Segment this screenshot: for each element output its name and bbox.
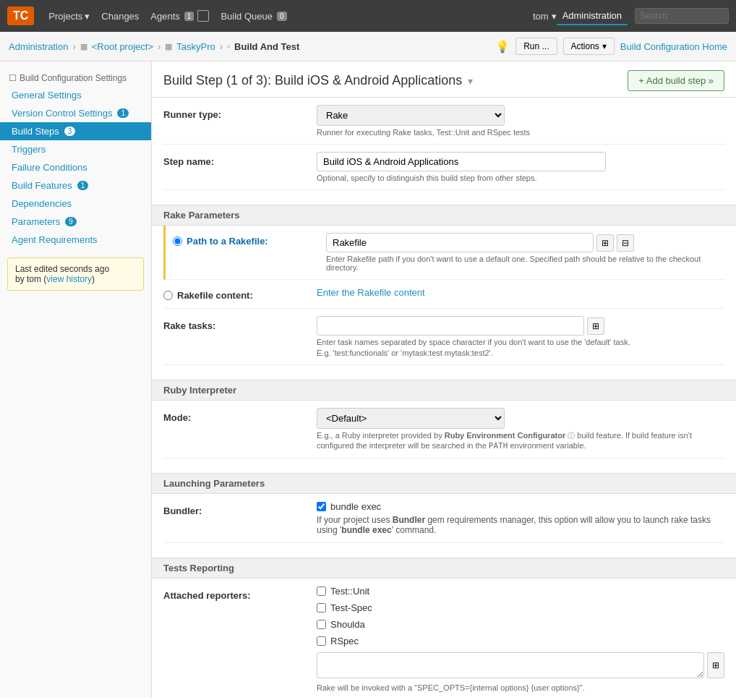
reporter-rspec: RSpec bbox=[317, 636, 724, 646]
path-to-rakefile-field: ⊞ ⊟ Enter Rakefile path if you don't wan… bbox=[326, 233, 724, 272]
rake-tasks-icon-btn[interactable]: ⊞ bbox=[587, 317, 604, 335]
attached-reporters-label: Attached reporters: bbox=[163, 586, 308, 601]
vcs-badge: 1 bbox=[117, 108, 129, 118]
bundler-hint: If your project uses Bundler gem require… bbox=[317, 515, 724, 535]
path-to-rakefile-row: Path to a Rakefile: ⊞ ⊟ Enter Rakefile p… bbox=[163, 226, 724, 280]
bundler-checkbox[interactable] bbox=[317, 502, 326, 511]
content-area: Build Step (1 of 3): Build iOS & Android… bbox=[152, 61, 736, 698]
mode-label: Mode: bbox=[163, 408, 308, 423]
page-title: Build Step (1 of 3): Build iOS & Android… bbox=[163, 73, 473, 88]
search-input[interactable] bbox=[635, 8, 729, 24]
taskyPro-icon: ▦ bbox=[165, 42, 172, 51]
rakefile-content-radio[interactable] bbox=[163, 291, 173, 300]
breadcrumb-administration[interactable]: Administration bbox=[9, 41, 68, 52]
build-steps-badge: 3 bbox=[64, 127, 76, 136]
breadcrumb-root-project[interactable]: <Root project> bbox=[92, 41, 153, 52]
content-header: Build Step (1 of 3): Build iOS & Android… bbox=[152, 61, 736, 98]
rakefile-tree-icon[interactable]: ⊟ bbox=[617, 234, 634, 252]
bundler-row: Bundler: bundle exec If your project use… bbox=[163, 494, 724, 543]
runner-type-field: Rake Runner for executing Rake tasks, Te… bbox=[317, 105, 724, 137]
sidebar-item-triggers[interactable]: Triggers bbox=[0, 140, 151, 158]
mode-field: <Default> E.g., a Ruby interpreter provi… bbox=[317, 408, 724, 451]
ruby-body: Mode: <Default> E.g., a Ruby interpreter… bbox=[152, 401, 736, 473]
top-navigation: TC Projects ▾ Changes Agents 1 Build Que… bbox=[0, 0, 736, 32]
add-build-step-button[interactable]: + Add build step » bbox=[628, 70, 724, 91]
rake-tasks-hint1: Enter task names separated by space char… bbox=[317, 338, 724, 346]
sidebar-item-parameters[interactable]: Parameters 9 bbox=[0, 213, 151, 231]
build-config-home-link[interactable]: Build Configuration Home bbox=[620, 41, 727, 52]
rake-tasks-field: ⊞ Enter task names separated by space ch… bbox=[317, 316, 724, 357]
sidebar-item-build-features[interactable]: Build Features 1 bbox=[0, 176, 151, 195]
rspec-hint: Rake will be invoked with a "SPEC_OPTS={… bbox=[317, 683, 724, 692]
rakefile-content-label-col: Rakefile content: bbox=[163, 287, 308, 301]
ruby-interpreter-section: Ruby Interpreter bbox=[152, 380, 736, 401]
rake-tasks-input[interactable] bbox=[317, 316, 584, 336]
build-config-icon: ▫ bbox=[227, 42, 230, 51]
path-to-rakefile-label: Path to a Rakefile: bbox=[187, 236, 268, 247]
logo: TC bbox=[7, 7, 34, 25]
parameters-badge: 9 bbox=[65, 217, 77, 226]
nav-agents[interactable]: Agents 1 bbox=[145, 7, 215, 25]
sidebar-item-agent-requirements[interactable]: Agent Requirements bbox=[0, 231, 151, 249]
nav-projects[interactable]: Projects ▾ bbox=[43, 8, 95, 25]
rspec-options-textarea[interactable] bbox=[317, 652, 704, 678]
mode-select[interactable]: <Default> bbox=[317, 408, 505, 429]
reporter-shoulda: Shoulda bbox=[317, 619, 724, 630]
rakefile-content-label: Rakefile content: bbox=[177, 290, 253, 301]
breadcrumb-current: Build And Test bbox=[234, 41, 299, 52]
test-spec-checkbox[interactable] bbox=[317, 603, 326, 612]
breadcrumb-taskyPro[interactable]: TaskyPro bbox=[176, 41, 215, 52]
sidebar: ☐ Build Configuration Settings General S… bbox=[0, 61, 152, 698]
sidebar-item-failure-conditions[interactable]: Failure Conditions bbox=[0, 158, 151, 176]
runner-type-select[interactable]: Rake bbox=[317, 105, 505, 126]
bundler-field: bundle exec If your project uses Bundler… bbox=[317, 501, 724, 535]
runner-type-label: Runner type: bbox=[163, 105, 308, 120]
actions-button[interactable]: Actions ▾ bbox=[563, 38, 615, 55]
user-menu[interactable]: tom ▾ bbox=[533, 11, 557, 22]
rakefile-copy-icon[interactable]: ⊞ bbox=[596, 234, 614, 252]
build-queue-badge: 0 bbox=[277, 12, 287, 21]
rakefile-content-field: Enter the Rakefile content bbox=[317, 287, 724, 298]
mode-hint: E.g., a Ruby interpreter provided by Rub… bbox=[317, 431, 724, 451]
run-button[interactable]: Run ... bbox=[515, 38, 557, 55]
step-name-label: Step name: bbox=[163, 152, 308, 167]
rspec-icon-btn[interactable]: ⊞ bbox=[707, 652, 724, 678]
attached-reporters-row: Attached reporters: Test::Unit Test-Spec… bbox=[163, 579, 724, 698]
shoulda-checkbox[interactable] bbox=[317, 620, 326, 629]
bundler-label: Bundler: bbox=[163, 501, 308, 516]
rake-tasks-label: Rake tasks: bbox=[163, 316, 308, 331]
launching-body: Bundler: bundle exec If your project use… bbox=[152, 494, 736, 558]
step-name-row: Step name: Optional, specify to distingu… bbox=[163, 145, 724, 190]
launching-params-section: Launching Parameters bbox=[152, 473, 736, 494]
enter-rakefile-content-link[interactable]: Enter the Rakefile content bbox=[317, 287, 425, 298]
mode-row: Mode: <Default> E.g., a Ruby interpreter… bbox=[163, 401, 724, 458]
rspec-checkbox[interactable] bbox=[317, 636, 326, 646]
admin-link[interactable]: Administration bbox=[557, 7, 628, 25]
sidebar-section-title: ☐ Build Configuration Settings bbox=[0, 69, 151, 86]
view-history-link[interactable]: view history bbox=[46, 274, 92, 284]
form-body: Runner type: Rake Runner for executing R… bbox=[152, 98, 736, 205]
tests-body: Attached reporters: Test::Unit Test-Spec… bbox=[152, 579, 736, 698]
step-name-field: Optional, specify to distinguish this bu… bbox=[317, 152, 724, 182]
hint-icon: 💡 bbox=[495, 40, 510, 54]
runner-type-row: Runner type: Rake Runner for executing R… bbox=[163, 98, 724, 145]
nav-build-queue[interactable]: Build Queue 0 bbox=[215, 8, 292, 25]
rake-tasks-row: Rake tasks: ⊞ Enter task names separated… bbox=[163, 309, 724, 365]
path-to-rakefile-label-col: Path to a Rakefile: bbox=[173, 233, 317, 247]
rake-tasks-hint2: E.g. 'test:functionals' or 'mytask:test … bbox=[317, 349, 724, 357]
path-to-rakefile-radio[interactable] bbox=[173, 236, 182, 246]
sidebar-item-vcs[interactable]: Version Control Settings 1 bbox=[0, 104, 151, 122]
rake-params-section: Rake Parameters bbox=[152, 205, 736, 226]
reporter-test-unit: Test::Unit bbox=[317, 586, 724, 597]
step-name-hint: Optional, specify to distinguish this bu… bbox=[317, 174, 724, 182]
nav-changes[interactable]: Changes bbox=[95, 8, 145, 25]
rakefile-path-input[interactable] bbox=[326, 233, 594, 252]
test-unit-checkbox[interactable] bbox=[317, 586, 326, 596]
breadcrumb: Administration › ▦ <Root project> › ▦ Ta… bbox=[0, 32, 736, 61]
sidebar-item-dependencies[interactable]: Dependencies bbox=[0, 195, 151, 213]
sidebar-item-general-settings[interactable]: General Settings bbox=[0, 86, 151, 104]
last-edited-panel: Last edited seconds ago by tom (view his… bbox=[7, 257, 144, 291]
step-name-input[interactable] bbox=[317, 152, 606, 171]
sidebar-item-build-steps[interactable]: Build Steps 3 bbox=[0, 122, 151, 140]
rake-params-body: Path to a Rakefile: ⊞ ⊟ Enter Rakefile p… bbox=[152, 226, 736, 380]
